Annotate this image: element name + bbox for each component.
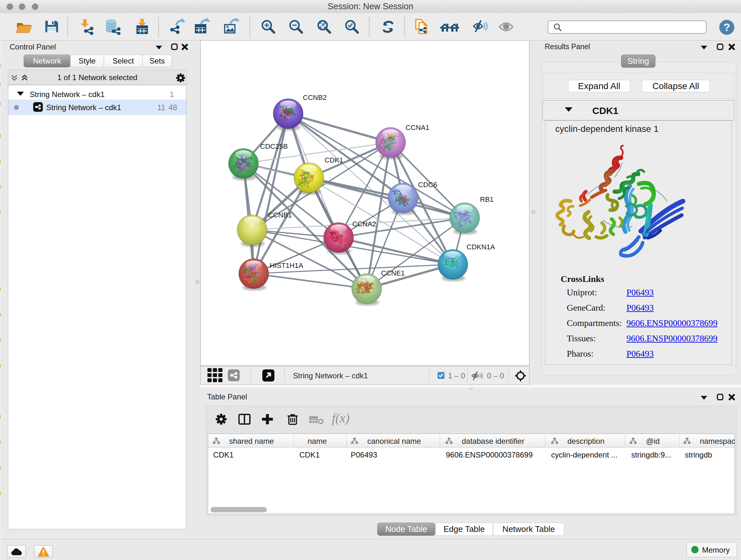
svg-text:CDC25B: CDC25B (260, 142, 288, 150)
svg-text:CCNA1: CCNA1 (406, 124, 429, 132)
svg-text:CCNA2: CCNA2 (352, 220, 376, 228)
svg-text:CCNB2: CCNB2 (303, 94, 327, 102)
svg-text:RB1: RB1 (480, 195, 494, 203)
svg-text:HIST1H1A: HIST1H1A (270, 261, 303, 269)
svg-text:CDKN1A: CDKN1A (467, 243, 495, 251)
svg-text:CDK1: CDK1 (325, 156, 343, 164)
svg-text:CDC6: CDC6 (418, 181, 437, 189)
svg-text:CCNB1: CCNB1 (268, 211, 292, 219)
svg-text:CCNE1: CCNE1 (381, 269, 405, 277)
